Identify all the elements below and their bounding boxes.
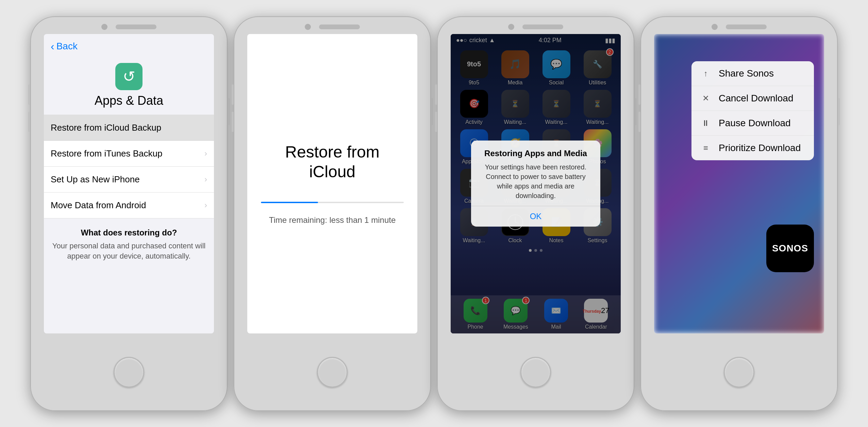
- phone-speaker: [522, 24, 563, 29]
- cancel-download-label: Cancel Download: [719, 93, 793, 104]
- nav-bar: ‹ Back: [44, 34, 214, 56]
- volume-up-button[interactable]: [28, 84, 30, 105]
- home-button[interactable]: [317, 357, 348, 388]
- volume-up-button[interactable]: [232, 84, 234, 105]
- phone-bottom: [114, 333, 144, 411]
- restore-itunes-row[interactable]: Restore from iTunes Backup ›: [44, 141, 214, 167]
- phone-speaker: [319, 24, 360, 29]
- phone-bottom: [317, 333, 348, 411]
- share-icon: ↑: [700, 69, 712, 78]
- phone-4: ↑ Share Sonos ✕ Cancel Download ⏸ Pause …: [640, 16, 838, 411]
- context-menu: ↑ Share Sonos ✕ Cancel Download ⏸ Pause …: [691, 61, 814, 160]
- dialog-overlay: Restoring Apps and Media Your settings h…: [451, 34, 621, 333]
- setup-new-row[interactable]: Set Up as New iPhone ›: [44, 167, 214, 193]
- power-button[interactable]: [431, 98, 433, 125]
- cancel-download-item[interactable]: ✕ Cancel Download: [691, 86, 814, 111]
- share-sonos-item[interactable]: ↑ Share Sonos: [691, 61, 814, 86]
- dialog-text: Your settings have been restored. Connec…: [479, 162, 592, 200]
- phone-speaker: [726, 24, 767, 29]
- front-camera: [508, 24, 514, 30]
- pause-icon: ⏸: [700, 118, 712, 128]
- restore-icloud-label: Restore from iCloud Backup: [51, 122, 161, 133]
- move-android-label: Move Data from Android: [51, 200, 146, 211]
- footer-section: What does restoring do? Your personal da…: [44, 218, 214, 272]
- sonos-icon[interactable]: SONOS: [766, 225, 814, 272]
- volume-down-button[interactable]: [28, 112, 30, 132]
- back-button[interactable]: ‹ Back: [51, 40, 207, 53]
- app-icon-wrap: ↺: [44, 56, 214, 94]
- phone-top-bar: [640, 16, 838, 30]
- page-title: Apps & Data: [44, 94, 214, 115]
- front-camera: [305, 24, 311, 30]
- restore-options-list: Restore from iCloud Backup Restore from …: [44, 115, 214, 218]
- power-button[interactable]: [634, 98, 636, 125]
- sonos-app-card: SONOS: [766, 225, 814, 272]
- restore-icloud-row[interactable]: Restore from iCloud Backup: [44, 115, 214, 141]
- volume-down-button[interactable]: [435, 112, 437, 132]
- move-android-row[interactable]: Move Data from Android ›: [44, 193, 214, 218]
- power-button[interactable]: [228, 98, 230, 125]
- phone-top-bar: [234, 16, 431, 30]
- volume-down-button[interactable]: [638, 112, 640, 132]
- prioritize-icon: ≡: [700, 143, 712, 153]
- footer-text: Your personal data and purchased content…: [51, 241, 207, 262]
- dialog-title: Restoring Apps and Media: [479, 149, 592, 158]
- chevron-icon: ›: [204, 175, 207, 184]
- sonos-label: SONOS: [772, 243, 808, 254]
- prioritize-download-label: Prioritize Download: [719, 143, 801, 153]
- icon-char: ↺: [123, 68, 135, 85]
- back-label: Back: [56, 41, 78, 52]
- volume-down-button[interactable]: [232, 112, 234, 132]
- cancel-icon: ✕: [700, 94, 712, 103]
- apps-data-icon: ↺: [115, 63, 143, 90]
- phone-speaker: [116, 24, 156, 29]
- restore-itunes-label: Restore from iTunes Backup: [51, 148, 163, 159]
- phone-top-bar: [437, 16, 634, 30]
- home-button[interactable]: [114, 357, 144, 388]
- screen-restore-icloud: Restore from iCloud Time remaining: less…: [247, 34, 417, 333]
- dialog-ok-button[interactable]: OK: [471, 206, 600, 227]
- front-camera: [101, 24, 107, 30]
- phone-top-bar: [30, 16, 228, 30]
- screen-3dtouch: ↑ Share Sonos ✕ Cancel Download ⏸ Pause …: [654, 34, 824, 333]
- restore-title: Restore from iCloud: [261, 142, 404, 181]
- footer-title: What does restoring do?: [51, 228, 207, 237]
- back-arrow-icon: ‹: [51, 40, 54, 53]
- restoring-dialog: Restoring Apps and Media Your settings h…: [471, 141, 600, 227]
- home-button[interactable]: [724, 357, 754, 388]
- progress-bar: [261, 202, 404, 203]
- progress-wrap: [261, 202, 404, 203]
- home-button[interactable]: [520, 357, 551, 388]
- screen-apps-data: ‹ Back ↺ Apps & Data Restore from iCloud…: [44, 34, 214, 333]
- volume-up-button[interactable]: [638, 84, 640, 105]
- share-sonos-label: Share Sonos: [719, 68, 774, 79]
- volume-up-button[interactable]: [435, 84, 437, 105]
- front-camera: [712, 24, 718, 30]
- dialog-body: Restoring Apps and Media Your settings h…: [471, 141, 600, 206]
- setup-new-label: Set Up as New iPhone: [51, 174, 140, 185]
- pause-download-item[interactable]: ⏸ Pause Download: [691, 111, 814, 136]
- pause-download-label: Pause Download: [719, 118, 791, 129]
- phone-bottom: [724, 333, 754, 411]
- prioritize-download-item[interactable]: ≡ Prioritize Download: [691, 136, 814, 160]
- chevron-icon: ›: [204, 149, 207, 158]
- time-remaining-text: Time remaining: less than 1 minute: [269, 215, 396, 225]
- power-button[interactable]: [838, 98, 840, 125]
- progress-fill: [261, 202, 318, 203]
- chevron-icon: ›: [204, 200, 207, 210]
- phone-bottom: [520, 333, 551, 411]
- phone-3: ●●○ cricket ▲ 4:02 PM ▮▮▮ 9to5 9to5 🎵 Me…: [437, 16, 634, 411]
- phone-1: ‹ Back ↺ Apps & Data Restore from iCloud…: [30, 16, 228, 411]
- phone-2: Restore from iCloud Time remaining: less…: [234, 16, 431, 411]
- screen-homescreen: ●●○ cricket ▲ 4:02 PM ▮▮▮ 9to5 9to5 🎵 Me…: [451, 34, 621, 333]
